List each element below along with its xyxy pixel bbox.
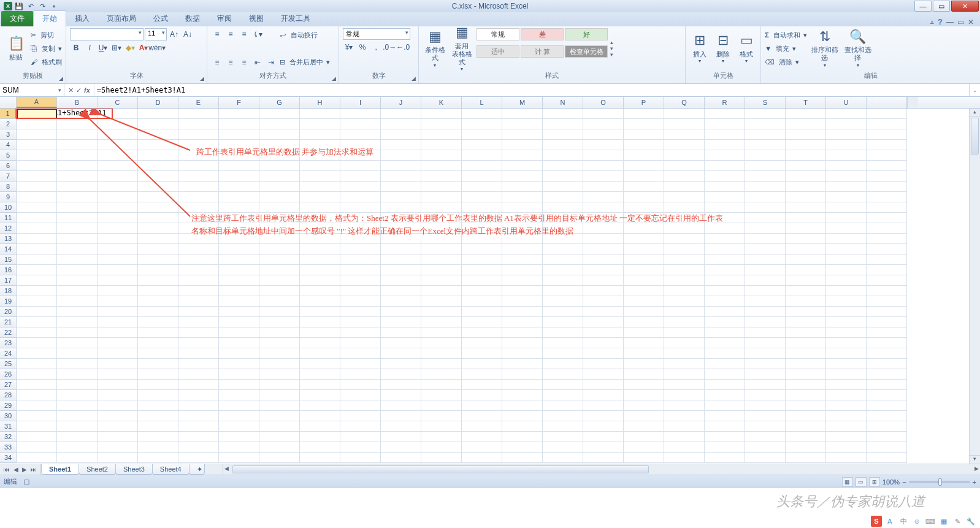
cell[interactable] xyxy=(624,286,664,296)
cell[interactable] xyxy=(57,150,98,161)
cell[interactable] xyxy=(745,307,786,317)
cell[interactable] xyxy=(826,296,867,307)
macro-record-icon[interactable]: ▢ xyxy=(23,478,29,486)
cell[interactable] xyxy=(826,192,867,202)
cell[interactable] xyxy=(259,359,300,369)
cell[interactable] xyxy=(138,400,178,411)
merge-center-button[interactable]: ⊟ 合并后居中 ▾ xyxy=(280,55,330,69)
column-header[interactable]: O xyxy=(583,97,624,108)
align-top-icon[interactable]: ≡ xyxy=(211,28,223,40)
insert-cells-button[interactable]: ⊞插入▾ xyxy=(689,28,710,69)
cell[interactable] xyxy=(786,171,826,182)
cell[interactable] xyxy=(381,307,421,317)
scroll-up-icon[interactable]: ▴ xyxy=(970,109,980,117)
cell[interactable] xyxy=(867,234,907,244)
column-header[interactable]: L xyxy=(462,97,502,108)
percent-icon[interactable]: % xyxy=(356,41,369,53)
cell[interactable] xyxy=(826,442,867,453)
cell[interactable] xyxy=(867,244,907,254)
column-header[interactable]: A xyxy=(17,97,57,108)
cell[interactable] xyxy=(259,432,300,442)
cell[interactable] xyxy=(381,244,421,254)
cell[interactable] xyxy=(826,150,867,161)
cell[interactable] xyxy=(462,421,502,432)
cell[interactable] xyxy=(462,192,502,202)
cell[interactable] xyxy=(300,171,340,182)
cell[interactable] xyxy=(98,286,138,296)
cell[interactable] xyxy=(381,182,421,192)
cell[interactable] xyxy=(624,432,664,442)
cell[interactable] xyxy=(421,286,462,296)
cell[interactable] xyxy=(826,390,867,400)
cancel-formula-icon[interactable]: ✕ xyxy=(68,86,74,94)
doc-minimize-icon[interactable]: — xyxy=(946,18,954,26)
cell[interactable] xyxy=(300,244,340,254)
cell[interactable] xyxy=(259,307,300,317)
cell[interactable] xyxy=(340,182,381,192)
cell[interactable] xyxy=(543,286,583,296)
sheet-tab[interactable]: Sheet4 xyxy=(152,464,189,475)
save-icon[interactable]: 💾 xyxy=(14,1,24,11)
cell[interactable] xyxy=(543,265,583,275)
cell[interactable] xyxy=(178,265,219,275)
cell[interactable] xyxy=(745,161,786,171)
cell[interactable] xyxy=(705,421,745,432)
cell[interactable] xyxy=(786,453,826,463)
cell[interactable] xyxy=(502,442,543,453)
cell[interactable] xyxy=(98,453,138,463)
cell[interactable] xyxy=(786,161,826,171)
cell[interactable] xyxy=(300,265,340,275)
cell[interactable] xyxy=(381,390,421,400)
cell[interactable] xyxy=(219,380,259,390)
view-page-layout-icon[interactable]: ▭ xyxy=(856,477,867,487)
cell[interactable] xyxy=(57,317,98,327)
cell[interactable] xyxy=(786,150,826,161)
cell[interactable] xyxy=(98,317,138,327)
cell[interactable] xyxy=(786,442,826,453)
cell[interactable] xyxy=(543,161,583,171)
cell[interactable] xyxy=(786,348,826,359)
cell[interactable] xyxy=(17,432,57,442)
cell[interactable] xyxy=(421,453,462,463)
cell[interactable] xyxy=(178,432,219,442)
cell[interactable] xyxy=(705,234,745,244)
cell[interactable] xyxy=(583,359,624,369)
cell[interactable] xyxy=(178,421,219,432)
cell[interactable] xyxy=(381,140,421,150)
cell[interactable] xyxy=(300,296,340,307)
clear-button[interactable]: ⌫ 清除 ▾ xyxy=(765,55,807,69)
row-header[interactable]: 27 xyxy=(0,380,17,390)
cell[interactable] xyxy=(502,348,543,359)
cell[interactable] xyxy=(421,161,462,171)
cell[interactable] xyxy=(219,369,259,380)
cell[interactable] xyxy=(502,182,543,192)
cell[interactable] xyxy=(664,369,705,380)
cell[interactable] xyxy=(705,432,745,442)
cell[interactable] xyxy=(583,338,624,348)
cell[interactable] xyxy=(340,119,381,129)
column-header[interactable]: I xyxy=(340,97,381,108)
cell[interactable] xyxy=(57,442,98,453)
cell[interactable] xyxy=(300,202,340,213)
row-header[interactable]: 26 xyxy=(0,369,17,380)
sheet-tab[interactable]: Sheet1 xyxy=(41,464,79,475)
cell[interactable] xyxy=(664,129,705,140)
cell[interactable] xyxy=(583,182,624,192)
cell[interactable] xyxy=(583,140,624,150)
worksheet-grid[interactable]: 1234567891011121314151617181920212223242… xyxy=(0,109,980,464)
column-header[interactable]: U xyxy=(826,97,867,108)
cell[interactable] xyxy=(98,161,138,171)
align-center-icon[interactable]: ≡ xyxy=(224,56,237,69)
cell[interactable] xyxy=(583,411,624,421)
cell[interactable] xyxy=(300,338,340,348)
cell[interactable] xyxy=(502,327,543,338)
sogou-ime-icon[interactable]: S xyxy=(871,516,882,527)
cell[interactable] xyxy=(867,182,907,192)
cut-button[interactable]: ✂ 剪切 xyxy=(31,28,62,42)
cell[interactable] xyxy=(705,223,745,234)
cell[interactable] xyxy=(826,421,867,432)
cell[interactable] xyxy=(745,390,786,400)
cell[interactable] xyxy=(138,119,178,129)
cell[interactable] xyxy=(259,296,300,307)
cell[interactable] xyxy=(786,432,826,442)
